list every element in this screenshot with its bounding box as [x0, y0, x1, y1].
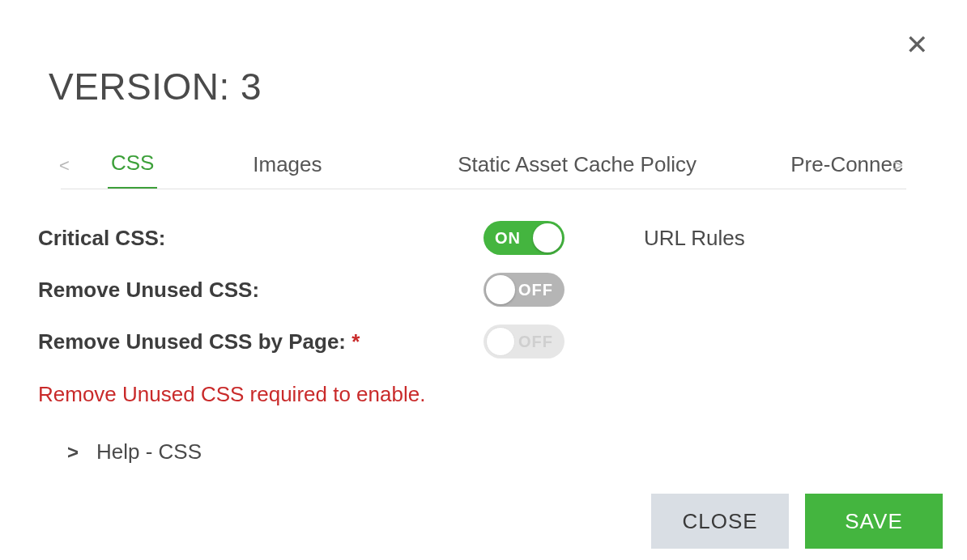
label-remove-unused-css: Remove Unused CSS: [38, 278, 484, 303]
help-label: Help - CSS [96, 439, 202, 465]
setting-row-remove-unused-css: Remove Unused CSS: OFF [38, 264, 931, 316]
chevron-right-icon: > [67, 441, 79, 464]
tabs-bar: CSS Images Static Asset Cache Policy Pre… [61, 144, 906, 189]
settings-modal: ✕ VERSION: 3 < CSS Images Static Asset C… [0, 0, 967, 560]
label-remove-unused-css-by-page: Remove Unused CSS by Page: * [38, 329, 484, 354]
modal-title: VERSION: 3 [49, 65, 931, 108]
label-critical-css: Critical CSS: [38, 226, 484, 251]
setting-row-critical-css: Critical CSS: ON URL Rules [38, 212, 931, 264]
toggle-knob [486, 275, 515, 304]
tab-css[interactable]: CSS [108, 144, 157, 189]
setting-row-remove-unused-css-by-page: Remove Unused CSS by Page: * OFF [38, 316, 931, 367]
tab-pre-connect[interactable]: Pre-Connec [787, 144, 906, 189]
toggle-knob [486, 327, 515, 356]
toggle-knob [533, 223, 562, 252]
tabs-container: < CSS Images Static Asset Cache Policy P… [36, 144, 931, 189]
tabs-next-icon[interactable]: > [892, 155, 903, 176]
save-button[interactable]: SAVE [805, 494, 943, 549]
label-remove-unused-css-by-page-text: Remove Unused CSS by Page: [38, 329, 351, 354]
close-button[interactable]: CLOSE [651, 494, 789, 549]
warning-text: Remove Unused CSS required to enable. [38, 382, 931, 407]
help-toggle[interactable]: > Help - CSS [38, 439, 931, 465]
tab-content: Critical CSS: ON URL Rules Remove Unused… [36, 189, 931, 465]
toggle-remove-unused-css-by-page: OFF [484, 325, 564, 358]
tabs-prev-icon[interactable]: < [59, 155, 70, 176]
required-star-icon: * [351, 329, 360, 354]
toggle-remove-unused-css[interactable]: OFF [484, 273, 564, 307]
toggle-critical-css-text: ON [484, 229, 532, 248]
toggle-remove-unused-css-text: OFF [507, 281, 564, 299]
toggle-remove-unused-css-by-page-text: OFF [507, 333, 564, 351]
tab-static-asset-cache-policy[interactable]: Static Asset Cache Policy [454, 144, 700, 189]
close-icon[interactable]: ✕ [905, 31, 928, 58]
link-url-rules[interactable]: URL Rules [644, 226, 745, 251]
toggle-critical-css[interactable]: ON [484, 221, 564, 255]
modal-footer: CLOSE SAVE [651, 494, 943, 549]
tab-images[interactable]: Images [249, 144, 325, 189]
